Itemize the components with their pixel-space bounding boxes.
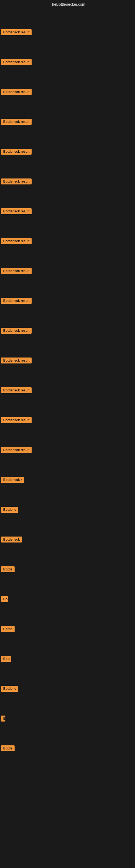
- bottleneck-badge-23[interactable]: B: [1, 716, 5, 721]
- bottleneck-badge-4[interactable]: Bottleneck result: [1, 149, 32, 155]
- bottleneck-badge-2[interactable]: Bottleneck result: [1, 89, 32, 95]
- bottleneck-badge-21[interactable]: Bott: [1, 656, 11, 662]
- badge-row-21: Bott: [0, 654, 135, 664]
- badge-row-19: Bo: [0, 594, 135, 604]
- bottleneck-badge-19[interactable]: Bo: [1, 596, 8, 602]
- badge-row-6: Bottleneck result: [0, 206, 135, 216]
- bottleneck-badge-24[interactable]: Bottle: [1, 745, 14, 751]
- bottleneck-badge-1[interactable]: Bottleneck result: [1, 59, 32, 65]
- bottleneck-badge-16[interactable]: Bottlene: [1, 507, 18, 513]
- bottleneck-badge-14[interactable]: Bottleneck result: [1, 447, 32, 453]
- badge-row-24: Bottle: [0, 743, 135, 753]
- badge-row-16: Bottlene: [0, 504, 135, 515]
- bottleneck-badge-9[interactable]: Bottleneck result: [1, 298, 32, 304]
- badge-row-7: Bottleneck result: [0, 236, 135, 246]
- badges-container: Bottleneck resultBottleneck resultBottle…: [0, 27, 135, 753]
- site-title-container: TheBottlenecker.com: [0, 0, 135, 8]
- bottleneck-badge-12[interactable]: Bottleneck result: [1, 388, 32, 393]
- badge-row-13: Bottleneck result: [0, 415, 135, 425]
- bottleneck-badge-13[interactable]: Bottleneck result: [1, 417, 32, 423]
- badge-row-15: Bottleneck r: [0, 475, 135, 485]
- badge-row-22: Bottlene: [0, 684, 135, 694]
- site-title: TheBottlenecker.com: [0, 0, 135, 8]
- badge-row-17: Bottleneck: [0, 534, 135, 545]
- bottleneck-badge-15[interactable]: Bottleneck r: [1, 477, 24, 483]
- badge-row-9: Bottleneck result: [0, 296, 135, 306]
- bottleneck-badge-5[interactable]: Bottleneck result: [1, 179, 32, 184]
- bottleneck-badge-3[interactable]: Bottleneck result: [1, 119, 32, 125]
- bottleneck-badge-18[interactable]: Bottle: [1, 566, 14, 572]
- bottleneck-badge-0[interactable]: Bottleneck result: [1, 29, 32, 35]
- badge-row-4: Bottleneck result: [0, 147, 135, 157]
- badge-row-10: Bottleneck result: [0, 326, 135, 336]
- badge-row-0: Bottleneck result: [0, 27, 135, 37]
- badge-row-2: Bottleneck result: [0, 87, 135, 97]
- badge-row-8: Bottleneck result: [0, 266, 135, 276]
- badge-row-3: Bottleneck result: [0, 117, 135, 127]
- bottleneck-badge-8[interactable]: Bottleneck result: [1, 268, 32, 274]
- badge-row-11: Bottleneck result: [0, 355, 135, 366]
- badge-row-23: B: [0, 713, 135, 724]
- badge-row-14: Bottleneck result: [0, 445, 135, 455]
- bottleneck-badge-7[interactable]: Bottleneck result: [1, 238, 32, 244]
- badge-row-20: Bottle: [0, 624, 135, 634]
- bottleneck-badge-17[interactable]: Bottleneck: [1, 536, 22, 542]
- bottleneck-badge-20[interactable]: Bottle: [1, 626, 14, 632]
- bottleneck-badge-22[interactable]: Bottlene: [1, 686, 18, 692]
- bottleneck-badge-6[interactable]: Bottleneck result: [1, 208, 32, 214]
- bottleneck-badge-10[interactable]: Bottleneck result: [1, 328, 32, 334]
- badge-row-12: Bottleneck result: [0, 385, 135, 396]
- badge-row-5: Bottleneck result: [0, 176, 135, 187]
- badge-row-18: Bottle: [0, 564, 135, 575]
- bottleneck-badge-11[interactable]: Bottleneck result: [1, 358, 32, 364]
- badge-row-1: Bottleneck result: [0, 57, 135, 67]
